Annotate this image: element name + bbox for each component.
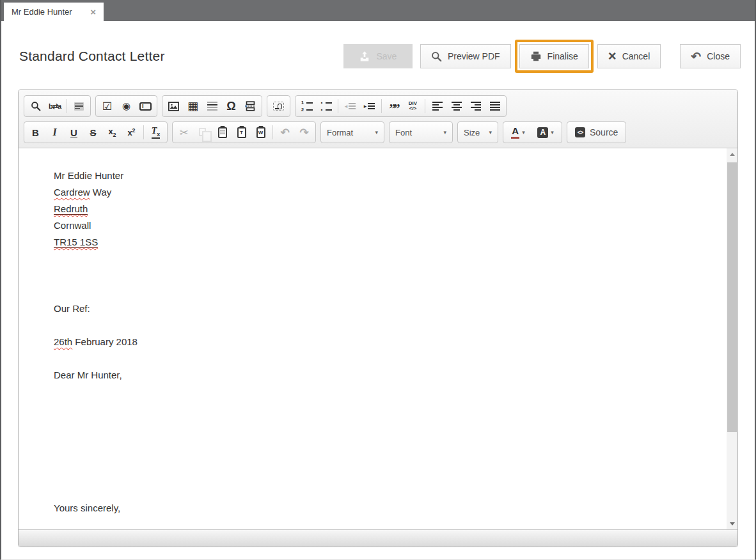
separator — [381, 99, 382, 113]
align-center-button[interactable] — [447, 97, 466, 116]
bold-button[interactable]: B — [26, 123, 45, 142]
chevron-down-icon: ▾ — [375, 129, 378, 136]
address-line-3: Cornwall — [54, 217, 693, 234]
numbered-list-button[interactable]: 1 2 — [297, 97, 316, 116]
scrollbar-thumb[interactable] — [727, 162, 737, 432]
source-icon: <> — [575, 127, 585, 137]
misspelled-word: TR15 1SS — [54, 237, 98, 248]
iframe-button[interactable] — [269, 97, 288, 116]
select-all-button[interactable] — [70, 97, 88, 116]
finalise-button[interactable]: Finalise — [519, 44, 589, 68]
cancel-label: Cancel — [622, 51, 650, 61]
page-break-button[interactable] — [241, 97, 260, 116]
copy-button[interactable] — [194, 123, 212, 142]
salutation-line: Dear Mr Hunter, — [54, 367, 693, 384]
paste-plain-text-button[interactable]: T — [232, 123, 251, 142]
align-left-icon — [432, 102, 443, 111]
text-field-icon: I — [139, 102, 152, 111]
paste-text-icon: T — [237, 127, 246, 138]
div-container-icon: DIV</> — [409, 101, 417, 111]
superscript-button[interactable]: x2 — [122, 123, 141, 142]
subscript-icon: x2 — [108, 127, 116, 138]
misspelled-word: Redruth — [54, 203, 88, 215]
preview-pdf-label: Preview PDF — [448, 51, 500, 61]
postcode-line: TR15 1SS — [54, 234, 693, 251]
group-paragraph: 1 2 • • ◂ — [295, 95, 507, 117]
replace-button[interactable]: b⇄a — [45, 97, 64, 116]
misspelled-word: Cardrew — [54, 187, 90, 198]
align-left-button[interactable] — [428, 97, 446, 116]
cancel-x-icon: × — [608, 49, 617, 63]
increase-indent-icon: ▸ — [364, 103, 375, 109]
decrease-indent-icon: ◂ — [345, 103, 356, 109]
table-button[interactable]: ▦ — [184, 97, 202, 116]
undo-button[interactable]: ↶ — [276, 123, 294, 142]
find-button[interactable] — [26, 97, 45, 116]
our-ref-line: Our Ref: — [54, 300, 693, 317]
create-div-button[interactable]: DIV</> — [404, 97, 422, 116]
align-right-button[interactable] — [466, 97, 485, 116]
size-dropdown[interactable]: Size ▾ — [457, 121, 498, 143]
scroll-down-button[interactable] — [727, 518, 737, 529]
scroll-up-icon — [730, 153, 735, 156]
image-button[interactable] — [164, 97, 183, 116]
background-color-button[interactable]: A ▾ — [532, 123, 560, 142]
preview-pdf-button[interactable]: Preview PDF — [420, 44, 511, 68]
background-color-icon: A ▾ — [537, 127, 554, 138]
save-icon — [359, 51, 370, 62]
scroll-down-icon — [730, 522, 735, 525]
close-label: Close — [707, 51, 730, 61]
toolbar-row-2: B I U S x2 x2 Tx ✂ T W ↶ ↷ Format — [24, 121, 732, 144]
group-find: b⇄a — [24, 95, 91, 117]
format-label: Format — [327, 128, 353, 137]
paste-from-word-button[interactable]: W — [251, 123, 270, 142]
paste-word-icon: W — [256, 127, 265, 138]
special-character-button[interactable]: Ω — [222, 97, 240, 116]
paste-button[interactable] — [213, 123, 232, 142]
header: Standard Contact Letter Save Preview PDF… — [1, 21, 755, 89]
radio-icon: ◉ — [122, 100, 130, 112]
text-field-button[interactable]: I — [136, 97, 155, 116]
letter-body[interactable]: Mr Eddie Hunter Cardrew Way Redruth Corn… — [19, 148, 737, 517]
font-dropdown[interactable]: Font ▾ — [389, 121, 453, 143]
size-label: Size — [464, 128, 480, 137]
editor-content-area[interactable]: Mr Eddie Hunter Cardrew Way Redruth Corn… — [19, 148, 737, 529]
text-color-button[interactable]: A ▾ — [505, 123, 531, 142]
remove-format-button[interactable]: Tx — [146, 123, 165, 142]
blockquote-button[interactable]: ”” — [384, 100, 403, 118]
increase-indent-button[interactable]: ▸ — [360, 97, 379, 116]
group-insert: ▦ Ω — [162, 95, 262, 117]
rich-text-editor: b⇄a ☑ ◉ I ▦ Ω — [18, 89, 738, 547]
separator — [338, 99, 338, 113]
italic-button[interactable]: I — [45, 123, 64, 142]
redo-button[interactable]: ↷ — [295, 123, 313, 142]
justify-button[interactable] — [485, 97, 504, 116]
tab-mr-eddie-hunter[interactable]: Mr Eddie Hunter × — [4, 3, 104, 21]
font-label: Font — [395, 128, 412, 137]
tab-close-icon[interactable]: × — [90, 7, 96, 17]
close-button[interactable]: ↶ Close — [680, 44, 741, 68]
bold-icon: B — [32, 127, 39, 138]
underline-button[interactable]: U — [65, 123, 83, 142]
omega-icon: Ω — [226, 100, 235, 113]
save-button[interactable]: Save — [343, 44, 413, 68]
strikethrough-button[interactable]: S — [84, 123, 102, 142]
checkbox-button[interactable]: ☑ — [98, 97, 116, 116]
scrollbar[interactable] — [727, 148, 737, 529]
cut-button[interactable]: ✂ — [175, 123, 193, 142]
subscript-button[interactable]: x2 — [103, 123, 122, 142]
chevron-down-icon: ▾ — [443, 129, 446, 136]
toolbar-row-1: b⇄a ☑ ◉ I ▦ Ω — [24, 95, 732, 118]
source-button[interactable]: <> Source — [567, 121, 626, 143]
scroll-up-button[interactable] — [727, 148, 737, 160]
cancel-button[interactable]: × Cancel — [597, 44, 661, 68]
copy-icon — [199, 128, 206, 136]
bulleted-list-button[interactable]: • • — [317, 97, 335, 116]
horizontal-rule-button[interactable] — [203, 97, 221, 116]
radio-button[interactable]: ◉ — [117, 97, 136, 116]
italic-icon: I — [52, 127, 56, 138]
tab-label: Mr Eddie Hunter — [12, 7, 72, 17]
close-back-arrow-icon: ↶ — [691, 51, 701, 63]
format-dropdown[interactable]: Format ▾ — [320, 121, 384, 143]
decrease-indent-button[interactable]: ◂ — [341, 97, 359, 116]
